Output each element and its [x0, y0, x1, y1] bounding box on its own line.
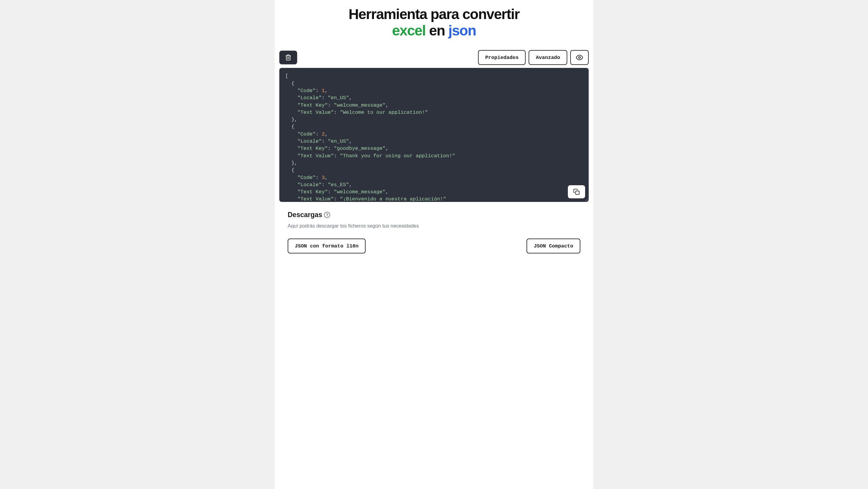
toolbar-right: Propiedades Avanzado: [478, 50, 589, 65]
advanced-button[interactable]: Avanzado: [529, 50, 567, 65]
title-json-word: json: [448, 23, 476, 38]
title-excel-word: excel: [392, 23, 426, 38]
eye-icon: [576, 54, 583, 61]
preview-button[interactable]: [570, 50, 589, 65]
page-title: Herramienta para convertir excel en json: [279, 6, 589, 39]
trash-icon: [285, 54, 291, 61]
title-prefix: Herramienta para convertir: [349, 6, 520, 22]
title-mid: en: [426, 23, 448, 38]
svg-point-2: [579, 57, 580, 58]
content-area: Herramienta para convertir excel en json…: [275, 0, 593, 253]
help-icon[interactable]: ?: [324, 212, 330, 218]
downloads-title: Descargas: [288, 211, 322, 219]
copy-icon: [573, 189, 580, 195]
json-output-panel: [ { "Code": 1, "Locale": "en_US", "Text …: [279, 68, 589, 202]
download-compact-button[interactable]: JSON Compacto: [527, 238, 580, 253]
copy-button[interactable]: [568, 185, 585, 198]
page-container: Herramienta para convertir excel en json…: [275, 0, 593, 489]
downloads-buttons: JSON con formato l10n JSON Compacto: [288, 238, 580, 253]
downloads-section: Descargas ? Aquí podrás descargar los fi…: [279, 211, 589, 253]
toolbar: Propiedades Avanzado: [279, 50, 589, 65]
toolbar-left: [279, 51, 297, 64]
svg-line-5: [587, 200, 588, 201]
json-code-content[interactable]: [ { "Code": 1, "Locale": "en_US", "Text …: [285, 73, 583, 202]
properties-button[interactable]: Propiedades: [478, 50, 526, 65]
download-l10n-button[interactable]: JSON con formato l10n: [288, 238, 366, 253]
resize-handle[interactable]: [585, 198, 588, 201]
downloads-header: Descargas ?: [288, 211, 580, 219]
delete-button[interactable]: [279, 51, 297, 64]
downloads-description: Aquí podrás descargar los ficheros según…: [288, 223, 580, 229]
svg-rect-3: [576, 191, 579, 195]
svg-line-4: [585, 198, 588, 201]
resize-icon: [585, 198, 588, 201]
